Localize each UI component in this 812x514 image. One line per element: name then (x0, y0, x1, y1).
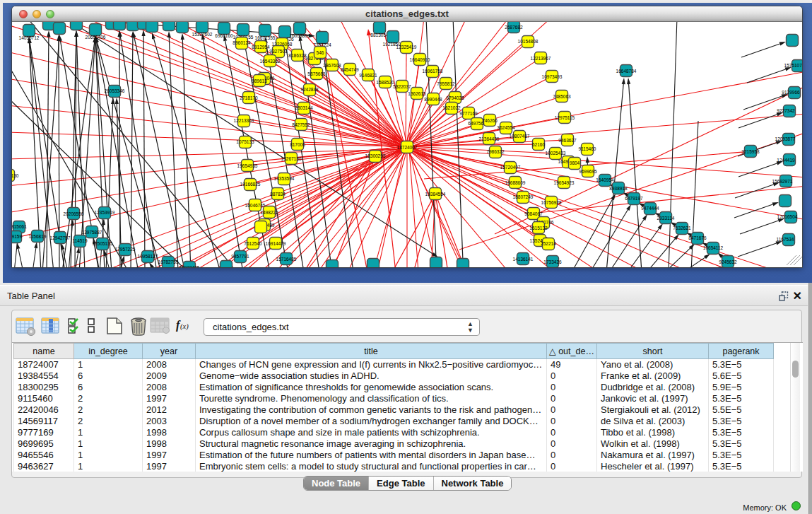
svg-text:12923485: 12923485 (180, 265, 200, 267)
svg-text:16046745: 16046745 (245, 203, 266, 208)
svg-text:5322037: 5322037 (393, 84, 411, 89)
svg-text:6966160: 6966160 (215, 33, 233, 38)
svg-text:17016504: 17016504 (777, 214, 798, 219)
svg-text:1075133: 1075133 (236, 139, 254, 144)
svg-text:8912954: 8912954 (252, 45, 270, 49)
svg-text:15751074: 15751074 (784, 63, 802, 68)
svg-text:9084067: 9084067 (524, 211, 543, 216)
svg-text:8990448: 8990448 (424, 97, 442, 102)
svg-text:1362615: 1362615 (408, 91, 426, 96)
svg-text:21364436: 21364436 (479, 136, 500, 141)
svg-text:16648784: 16648784 (616, 69, 637, 74)
svg-text:10807487: 10807487 (510, 134, 530, 139)
svg-text:1615132: 1615132 (529, 226, 548, 230)
svg-text:7612540: 7612540 (244, 241, 262, 246)
svg-text:9804: 9804 (570, 160, 580, 165)
svg-text:9777169: 9777169 (459, 111, 478, 116)
svg-text:16671355: 16671355 (255, 35, 276, 40)
svg-text:7955812: 7955812 (437, 81, 455, 86)
svg-text:9327503: 9327503 (269, 49, 288, 54)
svg-text:14136141: 14136141 (513, 257, 534, 262)
svg-text:15716485: 15716485 (276, 257, 297, 262)
svg-text:18807249: 18807249 (513, 194, 534, 199)
svg-text:1167534: 1167534 (777, 237, 794, 242)
svg-text:(x): (x) (180, 322, 189, 331)
svg-text:13267130: 13267130 (281, 156, 302, 161)
svg-text:39159: 39159 (12, 234, 22, 239)
svg-text:16053809: 16053809 (290, 33, 310, 38)
svg-text:1156819: 1156819 (29, 234, 47, 239)
svg-text:14055712: 14055712 (19, 35, 40, 40)
svg-text:6479197: 6479197 (625, 196, 643, 201)
svg-text:15692971: 15692971 (772, 179, 793, 184)
svg-text:8186328: 8186328 (288, 53, 307, 58)
svg-text:8454749: 8454749 (341, 67, 359, 72)
svg-text:546: 546 (317, 50, 324, 55)
svg-text:12975115: 12975115 (555, 115, 575, 120)
svg-text:13267130: 13267130 (12, 173, 19, 178)
svg-text:18300295: 18300295 (365, 153, 386, 158)
svg-text:114519: 114519 (72, 238, 88, 243)
svg-text:7986322: 7986322 (486, 149, 505, 154)
svg-text:1733426: 1733426 (543, 259, 562, 264)
svg-text:9699695: 9699695 (579, 169, 597, 174)
svg-text:19654923: 19654923 (554, 180, 575, 185)
svg-text:19166825: 19166825 (240, 182, 261, 187)
svg-text:3624554: 3624554 (497, 125, 515, 130)
svg-text:7632621: 7632621 (673, 226, 691, 230)
svg-text:815061: 815061 (12, 224, 27, 229)
svg-text:1244419: 1244419 (777, 158, 795, 163)
svg-text:2718170: 2718170 (240, 95, 258, 100)
svg-text:14353594: 14353594 (274, 176, 295, 181)
svg-text:9227342: 9227342 (777, 108, 795, 113)
svg-text:13975887: 13975887 (82, 230, 102, 235)
svg-text:746266: 746266 (482, 118, 498, 123)
svg-text:26053346: 26053346 (105, 88, 125, 93)
svg-text:10958127: 10958127 (138, 254, 158, 259)
svg-text:7485063: 7485063 (553, 94, 571, 99)
svg-text:19654935: 19654935 (237, 163, 258, 168)
svg-text:18724007: 18724007 (397, 145, 418, 150)
svg-text:10025433: 10025433 (546, 151, 566, 156)
svg-text:1498222: 1498222 (260, 210, 278, 215)
svg-text:6794028: 6794028 (446, 95, 464, 100)
svg-text:9242848: 9242848 (300, 87, 319, 92)
svg-text:16961758: 16961758 (423, 69, 443, 74)
svg-text:16914479: 16914479 (266, 241, 286, 246)
svg-text:19384554: 19384554 (425, 192, 446, 197)
svg-text:8960124: 8960124 (233, 40, 251, 45)
svg-text:2803144: 2803144 (295, 105, 313, 110)
svg-text:20206556: 20206556 (64, 211, 84, 216)
svg-text:252214: 252214 (541, 241, 556, 246)
svg-text:9463627: 9463627 (558, 138, 577, 143)
svg-text:9457791: 9457791 (231, 254, 249, 259)
svg-text:10654112: 10654112 (703, 245, 724, 250)
svg-text:9129966: 9129966 (782, 90, 800, 95)
svg-text:15720407: 15720407 (500, 165, 521, 170)
svg-text:12213967: 12213967 (531, 56, 551, 61)
svg-text:3215958: 3215958 (741, 149, 760, 154)
svg-text:1621022: 1621022 (442, 105, 461, 110)
svg-text:10756928: 10756928 (541, 200, 562, 205)
svg-text:12093877: 12093877 (775, 136, 796, 141)
svg-text:5875685: 5875685 (307, 71, 326, 76)
svg-text:8471676: 8471676 (688, 235, 707, 240)
svg-text:15327602: 15327602 (192, 32, 213, 37)
svg-text:12942757: 12942757 (50, 235, 71, 240)
svg-text:16543362: 16543362 (260, 59, 281, 64)
svg-text:10154808: 10154808 (518, 39, 539, 44)
svg-text:9115460: 9115460 (579, 146, 596, 151)
svg-text:16640910: 16640910 (410, 57, 430, 62)
svg-text:1588520: 1588520 (376, 80, 394, 85)
svg-text:17957225: 17957225 (115, 247, 136, 252)
svg-text:9245632: 9245632 (719, 259, 737, 264)
svg-text:8427552: 8427552 (292, 122, 310, 127)
svg-text:989613: 989613 (252, 78, 267, 83)
svg-text:2687682: 2687682 (505, 25, 523, 30)
svg-text:12505135: 12505135 (93, 241, 113, 246)
svg-text:62160: 62160 (532, 142, 545, 147)
svg-text:16782759: 16782759 (158, 259, 179, 264)
svg-text:10688609: 10688609 (505, 180, 526, 185)
svg-text:2933114: 2933114 (657, 216, 675, 221)
svg-text:1640954: 1640954 (596, 177, 614, 182)
